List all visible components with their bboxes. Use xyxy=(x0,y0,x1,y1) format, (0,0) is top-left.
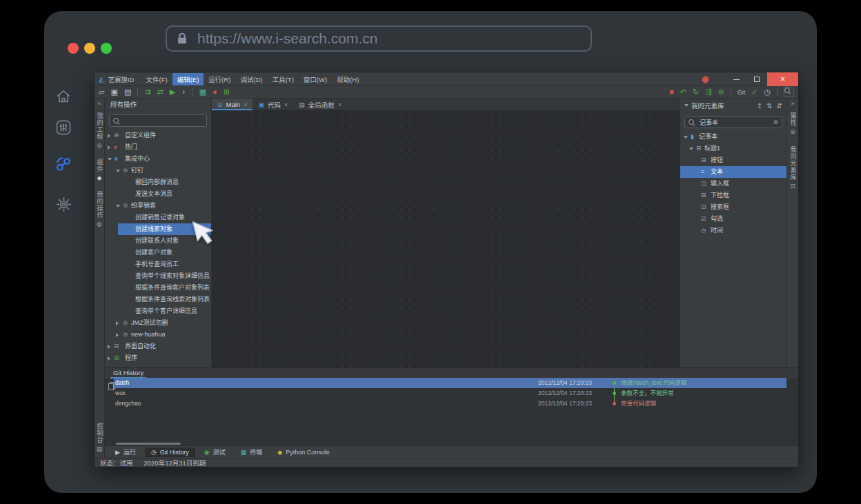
tree-arrow-icon[interactable] xyxy=(689,148,693,150)
tree-arrow-icon[interactable] xyxy=(116,170,120,172)
tree-item[interactable]: 发送文本消息 xyxy=(105,188,211,200)
menu-item[interactable]: 帮助(H) xyxy=(332,73,364,85)
branch-icon[interactable]: ⇄ xyxy=(157,88,164,96)
git-check-icon[interactable]: ✓ xyxy=(751,88,758,96)
close-button[interactable]: × xyxy=(767,72,798,86)
tool-tab-测试[interactable]: ◉测试 xyxy=(198,446,232,458)
tree-item[interactable]: 创建线索对象 xyxy=(105,223,211,235)
tree-item[interactable]: ⊟下拉框 xyxy=(680,190,786,201)
upload-icon[interactable]: ↥ xyxy=(757,102,762,110)
tree-item[interactable]: 创建联系人对象 xyxy=(105,235,211,247)
operations-search-input[interactable] xyxy=(123,117,203,125)
tree-item[interactable]: 根据条件查询线索对象列表 xyxy=(105,294,211,305)
tree-item[interactable]: ◷时间 xyxy=(680,225,786,236)
tree-item[interactable]: 手机号查询员工 xyxy=(105,259,211,270)
collapse-right-icon[interactable]: » xyxy=(791,100,794,107)
tree-arrow-icon[interactable] xyxy=(116,321,119,325)
run-flow-icon[interactable]: ⇉ xyxy=(144,88,150,96)
side-tab-属性[interactable]: 属性⊚ xyxy=(789,112,798,135)
tree-item[interactable]: ♦热门 xyxy=(105,141,211,153)
tree-item[interactable]: ⊖钉钉 xyxy=(105,165,211,177)
tree-item[interactable]: 查询单个客户详细信息 xyxy=(105,305,211,317)
menu-item[interactable]: 工具(T) xyxy=(268,73,299,85)
side-tab-我的元素库[interactable]: 我的元素库⊡ xyxy=(789,146,798,190)
tree-item[interactable]: 根据条件查询客户对象列表 xyxy=(105,282,211,294)
component-store-icon[interactable]: ⊞ xyxy=(224,88,230,96)
elements-search-input[interactable] xyxy=(698,118,769,126)
tree-item[interactable]: ⊟标题1 xyxy=(680,143,786,154)
picker-icon[interactable]: ◗ xyxy=(181,88,186,96)
rollback-icon[interactable]: ↶ xyxy=(680,88,686,96)
side-tab-我的工程[interactable]: 我的工程⊚ xyxy=(95,112,104,149)
record-screen-icon[interactable]: ▦ xyxy=(199,88,206,96)
side-tab-我的操作[interactable]: 我的操作◍ xyxy=(95,191,104,228)
stop-icon[interactable]: ■ xyxy=(669,88,674,96)
collapse-arrow-icon[interactable] xyxy=(684,104,689,107)
tree-item[interactable]: ◈集成中心 xyxy=(105,153,211,165)
tree-item[interactable]: ⊕自定义组件 xyxy=(105,130,211,141)
save-all-icon[interactable]: ▤ xyxy=(124,88,131,96)
tree-item[interactable]: ☑勾选 xyxy=(680,213,786,225)
operations-search[interactable] xyxy=(109,114,207,127)
menu-item[interactable]: 窗口(W) xyxy=(299,73,332,85)
tree-arrow-icon[interactable] xyxy=(108,145,110,150)
tool-tab-Python Console[interactable]: ◆Python Console xyxy=(271,447,335,457)
close-tab-icon[interactable]: × xyxy=(244,101,247,108)
side-tab-控制台[interactable]: 控制台▤ xyxy=(95,423,104,452)
open-folder-icon[interactable]: ▱ xyxy=(99,88,104,96)
maximize-button[interactable] xyxy=(746,72,767,86)
horizontal-scrollbar[interactable] xyxy=(116,443,181,445)
home-icon[interactable] xyxy=(52,85,75,108)
expand-all-icon[interactable]: ⇅ xyxy=(766,102,772,110)
tree-arrow-icon[interactable] xyxy=(116,205,120,208)
collapse-left-icon[interactable]: « xyxy=(97,100,101,107)
tool-tab-终端[interactable]: ▦终端 xyxy=(235,446,269,458)
editor-canvas[interactable] xyxy=(212,111,680,367)
editor-tab-Main[interactable]: ⊞Main× xyxy=(212,99,253,110)
notification-icon[interactable] xyxy=(702,76,709,83)
tree-item[interactable]: ⊡搜索框 xyxy=(680,201,786,213)
refresh-icon[interactable]: ↻ xyxy=(693,88,699,96)
minimize-traffic-light[interactable] xyxy=(84,43,95,54)
components-icon[interactable] xyxy=(52,153,75,175)
publish-icon[interactable]: ▶ xyxy=(170,88,175,96)
side-tab-组件[interactable]: 组件◆ xyxy=(95,159,104,181)
collapse-all-icon[interactable]: ⇵ xyxy=(777,102,782,110)
tree-item[interactable]: 查询单个线索对象详细信息 xyxy=(105,270,211,282)
menu-item[interactable]: 运行(R) xyxy=(204,73,235,85)
tool-tab-Git History[interactable]: ◷Git History xyxy=(145,447,195,457)
tree-item[interactable]: ▮记事本 xyxy=(680,131,786,143)
save-icon[interactable]: ▣ xyxy=(110,88,117,96)
tree-item[interactable]: ⊖JMZ测试勿删 xyxy=(105,317,211,329)
tree-arrow-icon[interactable] xyxy=(116,333,119,337)
git-history-tab[interactable]: Git History xyxy=(110,369,146,379)
url-input[interactable] xyxy=(196,30,582,48)
menu-item[interactable]: 编辑(E) xyxy=(172,73,204,85)
elements-search[interactable]: ⊗ xyxy=(684,116,782,128)
equalizer-icon[interactable] xyxy=(52,117,75,139)
tree-arrow-icon[interactable] xyxy=(684,136,688,139)
tool-tab-运行[interactable]: ▶运行 xyxy=(109,446,142,458)
close-traffic-light[interactable] xyxy=(68,43,79,54)
tree-item[interactable]: 创建客户对象 xyxy=(105,247,211,259)
clear-search-icon[interactable]: ⊗ xyxy=(773,119,778,125)
tree-arrow-icon[interactable] xyxy=(108,158,112,161)
debug-icon[interactable]: ⊚ xyxy=(718,88,724,96)
editor-tab-全局函数[interactable]: ▤全局函数× xyxy=(293,99,347,110)
tree-item[interactable]: ⊞程序 xyxy=(105,352,211,364)
tree-item[interactable]: 撤回内部群消息 xyxy=(105,177,211,188)
tree-arrow-icon[interactable] xyxy=(108,345,110,349)
settings-icon[interactable] xyxy=(52,193,75,215)
close-tab-icon[interactable]: × xyxy=(338,101,342,108)
editor-tab-代码[interactable]: ▣代码× xyxy=(253,99,293,110)
git-commit-row[interactable]: wux2012/12/04 17:20:23参数不全，不抛异常 xyxy=(114,388,786,399)
menu-item[interactable]: 调试(D) xyxy=(236,73,268,85)
record-icon[interactable]: ● xyxy=(212,88,217,96)
close-tab-icon[interactable]: × xyxy=(284,101,288,108)
tree-arrow-icon[interactable] xyxy=(108,134,110,138)
tree-item[interactable]: ◫输入框 xyxy=(680,178,786,190)
step-run-icon[interactable]: ⇶ xyxy=(705,88,711,96)
tree-item[interactable]: 创建销售记录对象 xyxy=(105,212,211,223)
zoom-traffic-light[interactable] xyxy=(101,43,112,54)
git-commit-row[interactable]: dengchao2012/12/04 17:20:23完善代码逻辑 xyxy=(114,399,786,409)
